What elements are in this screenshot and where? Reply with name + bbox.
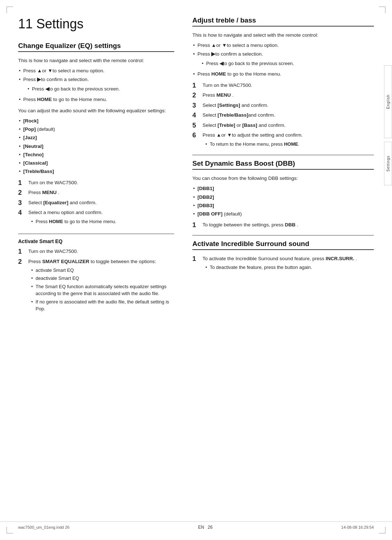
corner-mark-tr: [379, 7, 385, 13]
smart-eq-step-2: 2 Press SMART EQUALIZER to toggle betwee…: [18, 258, 174, 314]
activate-incredible-heading: Activate Incredible Surround sound: [192, 240, 374, 250]
eq-setting-jazz: [Jazz]: [18, 134, 174, 141]
incredible-steps: 1 To activate the Incredible Surround so…: [192, 255, 374, 273]
eq-nav-bullet-1: Press ▲or ▼to select a menu option.: [18, 67, 174, 74]
side-tab-settings: Settings: [384, 142, 392, 185]
eq-settings-intro: You can adjust the audio sound with the …: [18, 107, 174, 114]
dbb-2: [DBB2]: [192, 194, 374, 201]
section-divider-1: [18, 234, 174, 234]
footer-page-number: 26: [208, 525, 212, 530]
dbb-settings-list: [DBB1] [DBB2] [DBB3] [DBB OFF] (default): [192, 185, 374, 218]
tb-nav-sub-1: Press ◀to go back to the previous screen…: [197, 60, 374, 67]
page: English Settings 11 Settings Change Equa…: [0, 0, 392, 540]
adjust-treble-bass-heading: Adjust treble / bass: [192, 16, 374, 27]
smart-eq-step-1: 1 Turn on the WAC7500.: [18, 248, 174, 256]
eq-nav-sub-bullets: Press ◀to go back to the previous screen…: [23, 85, 174, 93]
eq-nav-bullet-3: Press HOME to go to the Home menu.: [18, 96, 174, 103]
eq-setting-classical: [Classical]: [18, 160, 174, 167]
tb-step-2: 2 Press MENU .: [192, 92, 374, 100]
dbb-step-1: 1 To toggle between the settings, press …: [192, 221, 374, 229]
eq-step-4-sub-1: Press HOME to go to the Home menu.: [28, 218, 174, 225]
activate-smart-eq-heading: Activate Smart EQ: [18, 238, 174, 244]
treble-bass-nav-bullets: Press ▲or ▼to select a menu option. Pres…: [192, 42, 374, 78]
eq-nav-bullets: Press ▲or ▼to select a menu option. Pres…: [18, 67, 174, 103]
tb-nav-sub: Press ◀to go back to the previous screen…: [197, 60, 374, 67]
set-dbb-section: Set Dynamic Bass Boost (DBB) You can cho…: [192, 160, 374, 229]
eq-steps: 1 Turn on the WAC7500. 2 Press MENU . 3 …: [18, 179, 174, 227]
eq-step-4-sub: Press HOME to go to the Home menu.: [28, 218, 174, 225]
eq-settings-list: [Rock] [Pop] (default) [Jazz] [Neutral] …: [18, 117, 174, 176]
eq-setting-rock: [Rock]: [18, 117, 174, 125]
footer-timestamp: 14-08-08 16:29:54: [341, 525, 374, 529]
tb-step-6-sub-1: To return to the Home menu, press HOME.: [203, 141, 374, 148]
tb-step-5: 5 Select [Treble] or [Bass] and confirm.: [192, 122, 374, 130]
incredible-sub-1: To deactivate the feature, press the but…: [203, 264, 374, 271]
corner-mark-tl: [7, 7, 13, 13]
smart-eq-sub-activate: activate Smart EQ: [28, 267, 174, 274]
change-eq-heading: Change Equalizer (EQ) settings: [18, 42, 174, 52]
dbb-off: [DBB OFF] (default): [192, 210, 374, 218]
side-tab-english: English: [384, 65, 392, 138]
set-dbb-heading: Set Dynamic Bass Boost (DBB): [192, 160, 374, 170]
eq-step-4: 4 Select a menu option and confirm. Pres…: [18, 209, 174, 226]
tb-step-6: 6 Press ▲or ▼to adjust the setting and c…: [192, 132, 374, 149]
eq-setting-techno: [Techno]: [18, 151, 174, 158]
tb-nav-3: Press HOME to go to the Home menu.: [192, 70, 374, 78]
section-divider-3: [192, 235, 374, 235]
tb-step-1: 1 Turn on the WAC7500.: [192, 82, 374, 90]
side-tab-settings-label: Settings: [386, 156, 390, 172]
side-tab-english-label: English: [386, 94, 390, 109]
treble-bass-steps: 1 Turn on the WAC7500. 2 Press MENU . 3 …: [192, 82, 374, 149]
eq-step-2: 2 Press MENU .: [18, 189, 174, 197]
smart-eq-sub-function: The Smart EQ function automatically sele…: [28, 283, 174, 297]
main-content: 11 Settings Change Equalizer (EQ) settin…: [0, 0, 392, 343]
eq-nav-sub-1: Press ◀to go back to the previous screen…: [23, 85, 174, 93]
footer-file: wac7500_um_01eng.indd 26: [18, 525, 69, 529]
tb-step-4: 4 Select [Treble/Bass]and confirm.: [192, 112, 374, 120]
tb-nav-1: Press ▲or ▼to select a menu option.: [192, 42, 374, 49]
adjust-treble-bass-section: Adjust treble / bass This is how to navi…: [192, 16, 374, 149]
tb-nav-2: Press ▶to confirm a selection. Press ◀to…: [192, 51, 374, 67]
smart-eq-steps: 1 Turn on the WAC7500. 2 Press SMART EQU…: [18, 248, 174, 314]
smart-eq-sub-deactivate: deactivate Smart EQ: [28, 275, 174, 282]
smart-eq-sub: activate Smart EQ deactivate Smart EQ Th…: [28, 267, 174, 313]
smart-eq-sub-default: If no genre is associated with the audio…: [28, 298, 174, 313]
eq-step-3: 3 Select [Equalizer] and confirm.: [18, 199, 174, 207]
eq-nav-bullet-2: Press ▶to confirm a selection. Press ◀to…: [18, 76, 174, 93]
eq-intro-text: This is how to navigate and select with …: [18, 57, 174, 64]
eq-setting-neutral: [Neutral]: [18, 143, 174, 150]
dbb-steps: 1 To toggle between the settings, press …: [192, 221, 374, 229]
footer-en-label: EN: [198, 525, 204, 530]
activate-incredible-section: Activate Incredible Surround sound 1 To …: [192, 240, 374, 273]
eq-step-1: 1 Turn on the WAC7500.: [18, 179, 174, 187]
dbb-3: [DBB3]: [192, 202, 374, 209]
treble-bass-intro: This is how to navigate and select with …: [192, 32, 374, 39]
dbb-intro: You can choose from the following DBB se…: [192, 175, 374, 182]
left-column: 11 Settings Change Equalizer (EQ) settin…: [18, 16, 185, 321]
page-footer: wac7500_um_01eng.indd 26 EN 26 14-08-08 …: [0, 521, 392, 530]
activate-smart-eq-section: Activate Smart EQ 1 Turn on the WAC7500.…: [18, 238, 174, 314]
eq-setting-treble-bass: [Treble/Bass]: [18, 168, 174, 175]
dbb-1: [DBB1]: [192, 185, 374, 192]
tb-step-6-sub: To return to the Home menu, press HOME.: [203, 141, 374, 148]
right-column: Adjust treble / bass This is how to navi…: [185, 16, 374, 321]
page-title: 11 Settings: [18, 16, 174, 32]
eq-setting-pop: [Pop] (default): [18, 126, 174, 133]
incredible-step-1: 1 To activate the Incredible Surround so…: [192, 255, 374, 273]
section-divider-2: [192, 155, 374, 155]
footer-page-info: EN 26: [198, 525, 213, 530]
incredible-sub: To deactivate the feature, press the but…: [203, 264, 374, 271]
tb-step-3: 3 Select [Settings] and confirm.: [192, 102, 374, 110]
change-eq-section: Change Equalizer (EQ) settings This is h…: [18, 42, 174, 226]
